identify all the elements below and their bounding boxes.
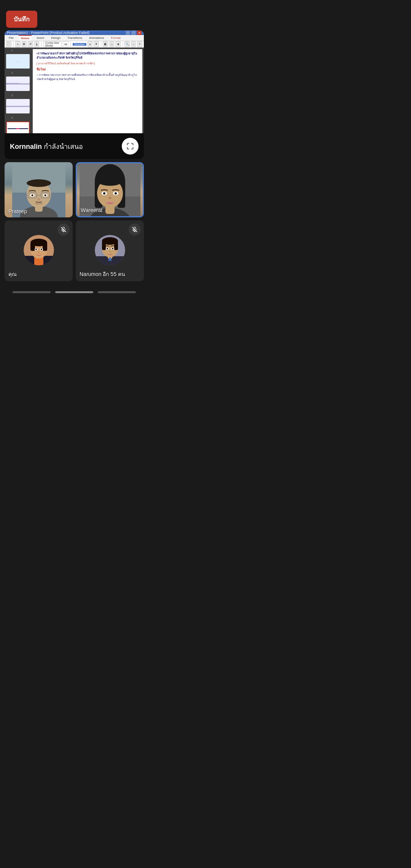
top-participants-grid: Prateep	[5, 162, 144, 217]
align-text-btn[interactable]: ≡	[88, 41, 93, 47]
khun-mute-badge	[57, 223, 70, 236]
ppt-controls: ─ □ ✕	[126, 30, 142, 35]
layout-btn[interactable]: ⊞	[22, 41, 27, 47]
find-btn[interactable]: 🔍	[124, 41, 130, 47]
font-size[interactable]: 48	[63, 41, 69, 47]
khun-avatar	[24, 235, 54, 265]
nav-dot-3[interactable]	[98, 291, 136, 293]
ppt-titlebar: Presentation1 - PowerPoint (Product Acti…	[5, 30, 144, 35]
ppt-title-text: Presentation1 - PowerPoint (Product Acti…	[7, 31, 89, 35]
slide-thumb-2[interactable]	[6, 77, 30, 91]
svg-rect-41	[30, 243, 35, 251]
new-slide-btn[interactable]: +	[15, 41, 21, 47]
powerpoint-window: Presentation1 - PowerPoint (Product Acti…	[5, 30, 144, 133]
minimize-icon[interactable]: ─	[126, 30, 130, 35]
svg-point-30	[103, 192, 105, 195]
svg-point-61	[109, 251, 111, 252]
text-direction-label: Direction	[73, 43, 86, 46]
ppt-toolbar: 📋 + ⊞ ↺ § Cordia New (Body) 48 Direction…	[5, 41, 144, 48]
bottom-participants-grid: คุณ	[5, 220, 144, 281]
svg-point-18	[37, 198, 40, 201]
record-button[interactable]: บันทึก	[6, 11, 37, 28]
reset-btn[interactable]: ↺	[28, 41, 33, 47]
expand-button[interactable]	[122, 138, 139, 155]
maximize-icon[interactable]: □	[131, 30, 136, 35]
ppt-slide-main: •การพัฒนาออกกำลังกายด้วยผ้าภูไปรบัดที่มี…	[33, 49, 142, 133]
slide-thumb-3[interactable]	[6, 99, 30, 113]
nav-dot-2[interactable]	[55, 291, 93, 293]
narumon-mic-off-icon	[132, 227, 138, 233]
slide-thumb-1[interactable]: ...	[6, 54, 30, 69]
presenter-name: Kornnalin กำลังนำเสนอ	[10, 141, 83, 152]
presenter-bar: Kornnalin กำลังนำเสนอ	[5, 133, 144, 159]
shape-effects-btn[interactable]: ◈	[115, 41, 121, 47]
ppt-ribbon: File Home Insert Design Transitions Anim…	[5, 35, 144, 41]
khun-mic-off-icon	[61, 227, 67, 233]
slides-panel: 1 ... 2 3	[5, 48, 31, 133]
svg-point-59	[107, 248, 108, 249]
nav-dots	[0, 287, 148, 301]
svg-point-45	[35, 249, 37, 250]
khun-name: คุณ	[8, 270, 17, 278]
shape-outline-btn[interactable]: □	[109, 41, 115, 47]
slide-bullet-text: •การพัฒนาออกกำลังกายด้วยผ้าภูไปรบัดที่มี…	[37, 51, 139, 60]
select-btn[interactable]: ⌖	[137, 41, 142, 47]
slide-thumb-4[interactable]	[6, 121, 30, 133]
nav-dot-1[interactable]	[13, 291, 51, 293]
svg-point-47	[38, 252, 40, 253]
convert-smartart-btn[interactable]: ✦	[94, 41, 99, 47]
svg-point-8	[27, 179, 51, 187]
expand-icon	[126, 142, 134, 150]
replace-btn[interactable]: ↔	[131, 41, 136, 47]
ppt-main-slide-area: •การพัฒนาออกกำลังกายด้วยผ้าภูไปรบัดที่มี…	[31, 48, 144, 133]
svg-rect-42	[43, 243, 47, 251]
presentation-card: 🎤̶ Presentation1 - PowerPoint (Product A…	[5, 30, 144, 159]
svg-point-46	[41, 249, 42, 250]
transitions-tab[interactable]: Transitions	[65, 35, 84, 40]
narumon-avatar	[95, 235, 125, 265]
khun-avatar-svg	[24, 235, 54, 265]
narumon-avatar-svg	[95, 235, 125, 265]
home-tab[interactable]: Home	[19, 35, 32, 41]
shape-fill-btn[interactable]: ◧	[103, 41, 108, 47]
narumon-name: Narumon อีก 55 คน	[80, 270, 125, 278]
khun-card: คุณ	[5, 220, 73, 281]
svg-rect-55	[102, 241, 106, 250]
svg-point-17	[44, 195, 46, 196]
format-tab[interactable]: Format	[109, 35, 122, 40]
slide-new-content: – การพัฒนาสมรรถภาพทางกายเพื่อส่งเสริมการ…	[37, 73, 139, 81]
section-btn[interactable]: §	[34, 41, 40, 47]
insert-tab[interactable]: Insert	[35, 35, 46, 40]
svg-point-27	[97, 175, 123, 186]
svg-point-16	[31, 195, 33, 196]
svg-point-32	[108, 197, 112, 199]
ppt-content-area: 1 ... 2 3	[5, 48, 144, 133]
svg-point-60	[112, 248, 113, 249]
presenter-name-bold: Kornnalin	[10, 143, 42, 150]
prateep-name: Prateep	[8, 208, 27, 214]
svg-rect-56	[114, 241, 118, 250]
file-tab[interactable]: File	[7, 35, 16, 40]
presenter-name-normal: กำลังนำเสนอ	[42, 143, 83, 150]
paste-btn[interactable]: 📋	[6, 41, 11, 47]
narumon-mute-badge	[129, 223, 141, 236]
animations-tab[interactable]: Animations	[87, 35, 106, 40]
wareerat-card: Wareerat	[76, 162, 144, 217]
font-selector[interactable]: Cordia New (Body)	[43, 41, 62, 47]
design-tab[interactable]: Design	[49, 35, 62, 40]
prateep-card: Prateep	[5, 162, 73, 217]
svg-point-31	[115, 192, 117, 195]
narumon-card: Narumon อีก 55 คน	[76, 220, 144, 281]
presentation-screen: Presentation1 - PowerPoint (Product Acti…	[5, 30, 144, 133]
slide-new-title: ชื่อใหม่	[37, 67, 139, 72]
slide-subtitle: ( อาจารย์วีรีรัตน์ ก่อกิตติพงศ์ วิทยาศาส…	[37, 62, 139, 65]
close-icon[interactable]: ✕	[137, 30, 142, 35]
wareerat-name: Wareerat	[81, 207, 102, 213]
